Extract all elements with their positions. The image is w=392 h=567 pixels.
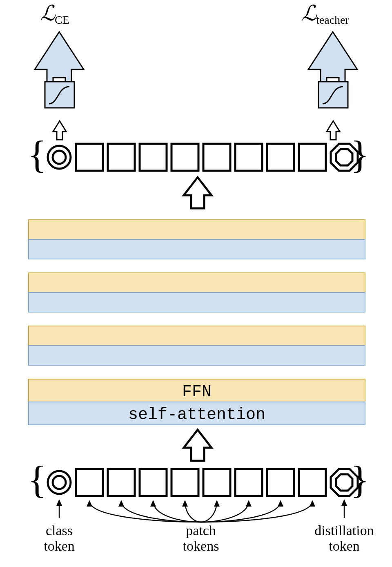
patch-token-icon (267, 144, 294, 171)
patch-token-icon (235, 144, 262, 171)
brace-left-icon: { (28, 458, 47, 501)
loss-arrow-right (308, 32, 357, 108)
small-up-arrow-right (327, 121, 340, 140)
output-token-row: { } (28, 132, 369, 176)
svg-rect-4 (108, 144, 135, 171)
svg-rect-0 (46, 144, 73, 171)
class-token-icon (48, 471, 71, 494)
patch-token-icon (76, 144, 103, 171)
patch-token-icon (203, 144, 230, 171)
svg-rect-18 (29, 346, 365, 365)
svg-text:token: token (329, 538, 360, 554)
input-token-row: { } (28, 458, 369, 501)
loss-sub: teacher (316, 13, 349, 26)
svg-rect-29 (267, 469, 294, 496)
loss-symbol: ℒ (301, 2, 317, 25)
svg-rect-9 (267, 144, 294, 171)
transformer-block (29, 273, 365, 312)
up-arrow-icon (184, 430, 212, 461)
patch-token-icon (108, 144, 135, 171)
svg-rect-13 (29, 220, 365, 239)
svg-rect-6 (172, 144, 198, 171)
patch-token-icon (172, 469, 198, 496)
ffn-label: FFN (182, 383, 212, 401)
svg-text:patch: patch (186, 523, 216, 538)
loss-symbol: ℒ (40, 2, 56, 25)
loss-sub: CE (55, 13, 69, 26)
distillation-token-label: distillation token (314, 523, 374, 554)
patch-token-icon (299, 144, 326, 171)
patch-token-icon (235, 469, 262, 496)
svg-rect-25 (140, 469, 167, 496)
transformer-block (29, 326, 365, 365)
patch-token-icon (140, 469, 167, 496)
svg-text:tokens: tokens (183, 538, 219, 554)
loss-left: ℒ CE (40, 2, 69, 26)
up-arrow-icon (184, 177, 212, 208)
patch-fanout-arrows (89, 501, 312, 522)
svg-rect-7 (203, 144, 230, 171)
self-attention-label: self-attention (128, 406, 265, 424)
svg-text:class: class (46, 523, 73, 538)
svg-point-1 (48, 146, 71, 169)
svg-text:token: token (44, 538, 75, 554)
patch-token-icon (140, 144, 167, 171)
patch-token-icon (203, 469, 230, 496)
transformer-block (29, 220, 365, 259)
patch-token-icon (108, 469, 135, 496)
svg-marker-12 (336, 149, 352, 165)
svg-marker-32 (336, 474, 352, 491)
class-token-icon (46, 144, 73, 171)
loss-arrow-left (35, 32, 84, 108)
class-token-label: class token (44, 523, 75, 554)
svg-rect-3 (76, 144, 103, 171)
svg-rect-5 (140, 144, 167, 171)
svg-point-22 (53, 476, 66, 489)
svg-rect-10 (299, 144, 326, 171)
svg-rect-14 (29, 239, 365, 259)
svg-rect-23 (76, 469, 103, 496)
svg-rect-17 (29, 326, 365, 346)
svg-rect-15 (29, 273, 365, 292)
patch-tokens-label: patch tokens (183, 523, 219, 554)
svg-rect-30 (299, 469, 326, 496)
patch-token-icon (299, 469, 326, 496)
svg-rect-24 (108, 469, 135, 496)
svg-point-2 (53, 151, 66, 164)
svg-point-21 (48, 471, 71, 494)
svg-rect-16 (29, 292, 365, 312)
loss-right: ℒ teacher (301, 2, 349, 26)
svg-rect-26 (172, 469, 198, 496)
brace-left-icon: { (28, 132, 47, 176)
svg-text:distillation: distillation (314, 523, 374, 538)
transformer-block-labeled: FFN self-attention (29, 379, 365, 425)
svg-rect-27 (203, 469, 230, 496)
patch-token-icon (76, 469, 103, 496)
svg-rect-8 (235, 144, 262, 171)
patch-token-icon (267, 469, 294, 496)
small-up-arrow-left (53, 121, 66, 140)
svg-rect-28 (235, 469, 262, 496)
patch-token-icon (172, 144, 198, 171)
